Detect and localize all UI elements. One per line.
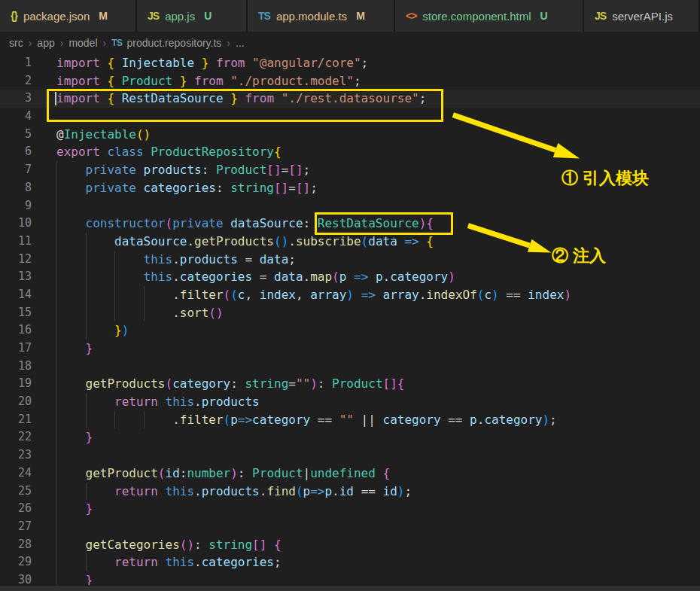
line-content: .sort()	[32, 304, 700, 322]
line-content: import { Product } from "./product.model…	[32, 72, 700, 90]
indent-guide	[144, 286, 145, 304]
tab-label: store.component.html	[422, 10, 531, 23]
code-line-14: 14 .filter((c, index, array) => array.in…	[0, 286, 700, 304]
code-line-27: 27	[0, 518, 700, 536]
breadcrumb-item-src[interactable]: src	[9, 37, 23, 49]
indent-guide	[86, 411, 87, 429]
indent-guide	[56, 428, 57, 446]
line-number: 10	[0, 215, 32, 233]
line-number: 4	[0, 108, 32, 126]
line-number: 5	[0, 126, 32, 144]
indent-guide	[86, 553, 87, 571]
code-line-15: 15 .sort()	[0, 304, 700, 322]
tab-label: serverAPI.js	[612, 10, 673, 23]
indent-guide	[144, 411, 145, 429]
line-number: 13	[0, 268, 32, 286]
line-number: 18	[0, 358, 32, 376]
horizontal-scrollbar-track[interactable]	[0, 585, 700, 591]
code-line-23: 23	[0, 446, 700, 465]
annotation-box-inject	[315, 212, 453, 235]
line-content: .filter(p=>category == "" || category ==…	[32, 411, 700, 429]
indent-guide	[114, 251, 115, 269]
line-content: getProduct(id:number): Product|undefined…	[32, 465, 700, 483]
indent-guide	[86, 268, 87, 286]
indent-guide	[56, 251, 57, 269]
line-number: 25	[0, 483, 32, 501]
line-content: export class ProductRepository{	[32, 143, 700, 161]
code-line-21: 21 .filter(p=>category == "" || category…	[0, 411, 700, 429]
line-number: 22	[0, 428, 32, 446]
annotation-label-import: ① 引入模块	[562, 167, 649, 190]
line-content	[32, 358, 700, 376]
line-content: import { Injectable } from "@angular/cor…	[32, 54, 700, 72]
line-number: 26	[0, 500, 32, 518]
tab-store.component.html[interactable]: <>store.component.htmlU	[395, 0, 583, 32]
code-line-28: 28 getCategories(): string[] {	[0, 536, 700, 554]
breadcrumb-item-file[interactable]: product.repository.ts	[127, 37, 222, 49]
tab-serverAPI.js[interactable]: JSserverAPI.js	[584, 0, 698, 32]
breadcrumb-item-app[interactable]: app	[37, 37, 54, 49]
ts-file-icon: TS	[258, 10, 270, 22]
breadcrumb: src›app›model›TSproduct.repository.ts›..…	[0, 32, 700, 54]
line-number: 11	[0, 233, 32, 251]
breadcrumb-separator-icon: ›	[103, 37, 107, 49]
line-number: 28	[0, 536, 32, 554]
breadcrumb-item-symbol[interactable]: ...	[236, 37, 245, 49]
tab-package.json[interactable]: {}package.jsonM	[0, 0, 135, 32]
tab-app.js[interactable]: JSapp.jsU	[137, 0, 246, 32]
indent-guide	[56, 393, 57, 411]
indent-guide	[114, 268, 115, 286]
code-line-1: 1import { Injectable } from "@angular/co…	[0, 54, 700, 72]
indent-guide	[56, 375, 57, 393]
line-content: this.categories = data.map(p => p.catego…	[32, 268, 700, 286]
code-line-2: 2import { Product } from "./product.mode…	[0, 72, 700, 90]
line-content: }	[32, 340, 700, 358]
tab-app.module.ts[interactable]: TSapp.module.tsM	[248, 0, 394, 32]
line-number: 24	[0, 465, 32, 483]
indent-guide	[56, 215, 57, 233]
code-line-13: 13 this.categories = data.map(p => p.cat…	[0, 268, 700, 286]
line-content	[32, 518, 700, 536]
indent-guide	[114, 286, 115, 304]
git-status-badge: U	[540, 10, 548, 22]
indent-guide	[56, 518, 57, 536]
indent-guide	[86, 483, 87, 501]
line-number: 14	[0, 286, 32, 304]
indent-guide	[114, 304, 115, 322]
line-content: .filter((c, index, array) => array.index…	[32, 286, 700, 304]
indent-guide	[56, 304, 57, 322]
js-file-icon: JS	[595, 10, 606, 22]
code-line-5: 5@Injectable()	[0, 126, 700, 144]
indent-guide	[56, 536, 57, 554]
indent-guide	[56, 500, 57, 518]
indent-guide	[56, 233, 57, 251]
line-content: }	[32, 428, 700, 446]
line-number: 17	[0, 340, 32, 358]
indent-guide	[56, 553, 57, 571]
line-number: 16	[0, 321, 32, 340]
indent-guide	[56, 446, 57, 465]
indent-guide	[56, 286, 57, 304]
json-file-icon: {}	[11, 10, 17, 22]
indent-guide	[114, 411, 115, 429]
code-line-17: 17 }	[0, 340, 700, 358]
line-number: 3	[0, 90, 32, 108]
indent-guide	[56, 197, 57, 215]
line-number: 12	[0, 251, 32, 269]
js-file-icon: JS	[148, 10, 159, 22]
line-number: 30	[0, 571, 32, 585]
line-number: 2	[0, 72, 32, 90]
indent-guide	[56, 161, 57, 179]
tab-label: app.module.ts	[276, 10, 347, 23]
git-status-badge: U	[204, 10, 212, 22]
indent-guide	[56, 465, 57, 483]
line-content	[32, 446, 700, 465]
indent-guide	[86, 304, 87, 322]
indent-guide	[86, 233, 87, 251]
code-editor[interactable]: 1import { Injectable } from "@angular/co…	[0, 54, 700, 585]
line-content: getCategories(): string[] {	[32, 536, 700, 554]
line-number: 7	[0, 161, 32, 179]
line-content: }	[32, 500, 700, 518]
breadcrumb-item-model[interactable]: model	[68, 37, 97, 49]
indent-guide	[86, 393, 87, 411]
